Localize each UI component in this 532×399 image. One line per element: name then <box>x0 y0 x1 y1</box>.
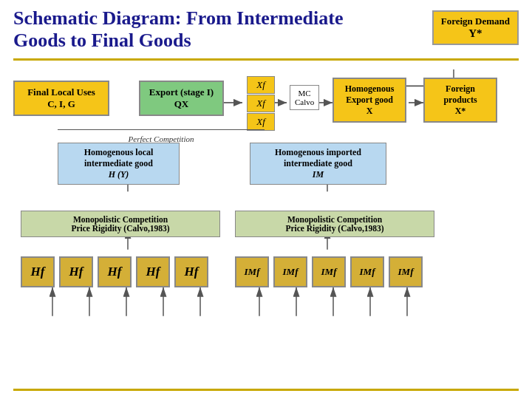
mono-right-line2: Price Rigidity (Calvo,1983) <box>242 224 428 233</box>
foreign-products-line2: products <box>432 95 488 106</box>
final-local-box: Final Local Uses C, I, G <box>13 81 109 116</box>
mono-right-line1: Monopolistic Competition <box>242 215 428 224</box>
export-label: Export (stage I) <box>148 86 215 98</box>
bottom-divider <box>13 389 519 391</box>
diagram: Final Local Uses C, I, G Export (stage I… <box>13 63 519 386</box>
imf-box-1: IMf <box>235 256 269 287</box>
homo-local-box: Homogenous local intermediate good H (Y) <box>58 143 180 185</box>
xf-box-1: Xf <box>247 76 275 94</box>
imf-box-2: IMf <box>273 256 307 287</box>
hf-box-1: Hf <box>21 256 55 287</box>
title-row: Schematic Diagram: From Intermediate Goo… <box>13 7 519 56</box>
foreign-products-line1: Foreign <box>432 83 488 95</box>
mc-label: MC <box>295 89 314 98</box>
homo-imported-line2: intermediate good <box>256 158 380 169</box>
page: Schematic Diagram: From Intermediate Goo… <box>0 0 532 399</box>
homo-imported-box: Homogenous imported intermediate good IM <box>250 143 386 185</box>
export-box: Export (stage I) QX <box>139 81 224 116</box>
foreign-demand-value: Y* <box>441 27 510 40</box>
homo-export-line2: Export good <box>341 95 398 106</box>
foreign-products-line3: X* <box>432 106 488 117</box>
foreign-demand-label: Foreign Demand <box>441 16 510 27</box>
top-divider <box>13 58 519 61</box>
final-local-line1: Final Local Uses <box>22 86 100 98</box>
homo-export-line1: Homogenous <box>341 83 398 95</box>
homo-local-line1: Homogenous local <box>64 147 173 158</box>
hf-box-4: Hf <box>136 256 170 287</box>
xf-column: Xf Xf Xf <box>242 76 275 131</box>
foreign-products-box: Foreign products X* <box>423 78 497 123</box>
mc-calvo: Calvo <box>295 98 314 106</box>
xf-box-3: Xf <box>247 113 275 131</box>
hf-box-5: Hf <box>174 256 208 287</box>
homo-imported-line3: IM <box>256 169 380 180</box>
mc-box: MC Calvo <box>287 85 319 110</box>
mono-right-box: Monopolistic Competition Price Rigidity … <box>235 211 434 237</box>
final-local-line2: C, I, G <box>22 98 100 110</box>
hf-boxes-row: Hf Hf Hf Hf Hf <box>21 256 208 287</box>
imf-box-3: IMf <box>312 256 346 287</box>
xf-label-3: Xf <box>256 116 265 128</box>
xf-box-2: Xf <box>247 95 275 112</box>
xf-label-1: Xf <box>256 79 265 91</box>
title-line2: Goods to Final Goods <box>13 30 191 51</box>
homo-imported-line1: Homogenous imported <box>256 147 380 158</box>
homo-local-line2: intermediate good <box>64 158 173 169</box>
imf-box-5: IMf <box>389 256 423 287</box>
homo-local-line3: H (Y) <box>64 169 173 180</box>
mono-left-line2: Price Rigidity (Calvo,1983) <box>27 224 214 233</box>
imf-boxes-row: IMf IMf IMf IMf IMf <box>235 256 423 287</box>
homo-export-line3: X <box>341 106 398 117</box>
imf-box-4: IMf <box>350 256 384 287</box>
export-value: QX <box>148 98 215 110</box>
homogenous-export-box: Homogenous Export good X <box>332 78 406 123</box>
main-title: Schematic Diagram: From Intermediate Goo… <box>13 7 343 52</box>
mono-left-line1: Monopolistic Competition <box>27 215 214 224</box>
hf-box-3: Hf <box>98 256 132 287</box>
hf-box-2: Hf <box>59 256 93 287</box>
mono-left-box: Monopolistic Competition Price Rigidity … <box>21 211 220 237</box>
xf-label-2: Xf <box>256 98 265 109</box>
title-line1: Schematic Diagram: From Intermediate <box>13 7 343 29</box>
foreign-demand-box: Foreign Demand Y* <box>432 10 519 45</box>
